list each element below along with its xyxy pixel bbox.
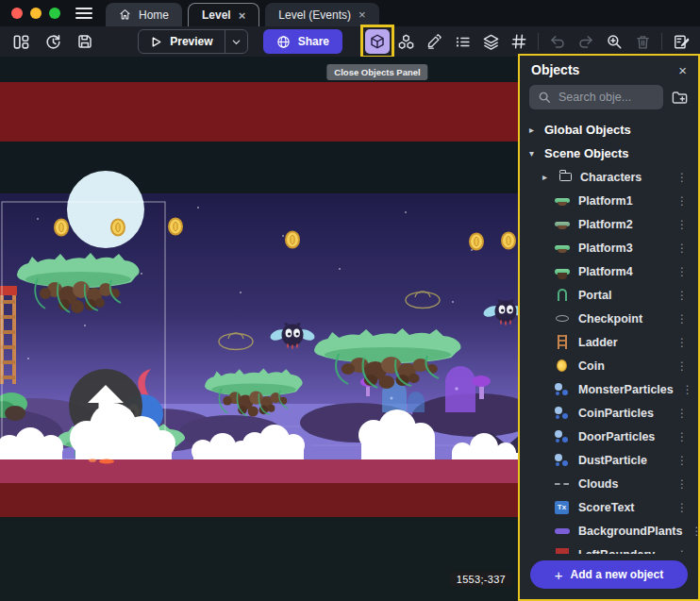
preview-options-button[interactable] (225, 30, 247, 53)
object-row-backgroundplants[interactable]: BackgroundPlants⋮ (520, 519, 698, 543)
object-label: MonsterParticles (578, 383, 674, 396)
object-menu-button[interactable]: ⋮ (676, 242, 698, 255)
close-tab-icon[interactable]: × (239, 9, 246, 22)
moon[interactable] (67, 171, 144, 248)
close-panel-icon[interactable]: × (678, 63, 687, 77)
zoom-in-icon (606, 33, 623, 50)
search-placeholder: Search obje... (558, 91, 631, 104)
object-row-clouds[interactable]: Clouds⋮ (520, 472, 698, 495)
object-label: ScoreText (578, 501, 635, 514)
object-row-monsterparticles[interactable]: MonsterParticles⋮ (520, 377, 698, 401)
add-folder-button[interactable] (671, 89, 689, 107)
properties-button[interactable] (422, 29, 446, 54)
scene-toolbar-icons: Close Objects Panel (365, 29, 693, 54)
version-history-button[interactable] (42, 30, 64, 53)
object-menu-button[interactable]: ⋮ (676, 265, 698, 278)
grid-options-button[interactable] (507, 29, 531, 54)
search-input[interactable]: Search obje... (529, 85, 663, 109)
object-row-portal[interactable]: Portal⋮ (520, 283, 698, 307)
object-row-platform2[interactable]: Platform2⋮ (520, 212, 698, 236)
preview-label: Preview (170, 35, 212, 48)
layers-button[interactable] (478, 29, 503, 54)
scene-editor-canvas[interactable]: 1553;-337 (0, 57, 521, 601)
boundary-band-pink[interactable] (0, 459, 521, 483)
object-row-checkpoint[interactable]: Checkpoint⋮ (520, 307, 698, 330)
expand-icon[interactable]: ▸ (542, 172, 551, 182)
minimize-window-button[interactable] (30, 8, 42, 19)
object-row-coin[interactable]: Coin⋮ (520, 354, 698, 377)
zoom-button[interactable] (602, 29, 626, 54)
save-button[interactable] (74, 30, 96, 53)
share-button[interactable]: Share (263, 29, 342, 54)
object-label: Coin (578, 359, 605, 373)
collapse-icon[interactable]: ▾ (529, 148, 538, 159)
object-row-characters[interactable]: ▸Characters⋮ (520, 165, 698, 189)
object-menu-button[interactable]: ⋮ (676, 312, 698, 326)
cube-icon (369, 33, 386, 50)
delete-button[interactable] (630, 29, 655, 54)
history-clock-icon (44, 33, 62, 51)
boundary-band-top[interactable] (0, 82, 521, 142)
titlebar: Home Level × Level (Events) × (0, 0, 700, 26)
object-groups-button[interactable] (393, 29, 418, 54)
object-row-coinparticles[interactable]: CoinParticles⋮ (520, 401, 698, 425)
section-label: Scene Objects (544, 146, 629, 160)
object-row-ladder[interactable]: Ladder⋮ (520, 330, 698, 354)
object-row-platform1[interactable]: Platform1⋮ (520, 189, 698, 212)
objects-panel-button[interactable] (365, 29, 390, 54)
scene-render (0, 57, 521, 601)
left-boundary-marker (0, 286, 17, 295)
maximize-window-button[interactable] (49, 8, 60, 19)
object-menu-button[interactable]: ⋮ (676, 477, 698, 491)
section-scene-objects[interactable]: ▾Scene Objects (520, 142, 698, 165)
main-menu-button[interactable] (74, 3, 94, 24)
tab-level-events[interactable]: Level (Events) × (265, 3, 378, 26)
boundary-band-bottom[interactable] (0, 483, 521, 517)
particles-thumbnail-icon (554, 407, 570, 420)
tab-home[interactable]: Home (106, 3, 182, 26)
folder-icon (558, 173, 574, 181)
object-menu-button[interactable]: ⋮ (691, 525, 698, 538)
object-menu-button[interactable]: ⋮ (676, 218, 698, 231)
object-label: BackgroundPlants (578, 525, 682, 538)
object-row-doorparticles[interactable]: DoorParticles⋮ (520, 425, 698, 448)
trash-icon (635, 34, 651, 50)
toolbar-left-group (9, 30, 96, 53)
close-window-button[interactable] (11, 8, 23, 19)
grid-icon (510, 33, 527, 50)
object-menu-button[interactable]: ⋮ (676, 171, 698, 184)
object-row-platform3[interactable]: Platform3⋮ (520, 236, 698, 259)
object-menu-button[interactable]: ⋮ (676, 501, 698, 514)
platform4-thumbnail-icon (554, 269, 570, 275)
undo-button[interactable] (545, 29, 570, 54)
window-controls (11, 8, 60, 19)
particles-thumbnail-icon (554, 430, 570, 443)
object-label: Checkpoint (578, 312, 642, 326)
preview-button[interactable]: Preview (139, 30, 224, 53)
object-menu-button[interactable]: ⋮ (676, 289, 698, 302)
object-menu-button[interactable]: ⋮ (682, 383, 698, 396)
section-global-objects[interactable]: ▸Global Objects (520, 118, 698, 142)
tab-level[interactable]: Level × (188, 3, 259, 26)
object-menu-button[interactable]: ⋮ (676, 336, 698, 349)
object-row-leftboundary[interactable]: LeftBoundary⋮ (520, 543, 698, 554)
object-row-scoretext[interactable]: TxScoreText⋮ (520, 495, 698, 519)
scene-properties-button[interactable] (669, 29, 693, 54)
object-menu-button[interactable]: ⋮ (676, 407, 698, 420)
object-row-platform4[interactable]: Platform4⋮ (520, 259, 698, 283)
object-menu-button[interactable]: ⋮ (676, 430, 698, 443)
instances-list-button[interactable] (450, 29, 475, 54)
object-menu-button[interactable]: ⋮ (676, 194, 698, 208)
expand-icon[interactable]: ▸ (529, 125, 538, 135)
particles-thumbnail-icon (554, 383, 570, 396)
redo-button[interactable] (574, 29, 598, 54)
project-manager-button[interactable] (9, 30, 32, 53)
object-label: DustParticle (578, 454, 647, 467)
bush (0, 392, 27, 421)
add-new-object-button[interactable]: + Add a new object (530, 560, 688, 589)
object-menu-button[interactable]: ⋮ (676, 454, 698, 467)
editor-background-bottom (0, 517, 521, 601)
object-row-dustparticle[interactable]: DustParticle⋮ (520, 448, 698, 472)
object-menu-button[interactable]: ⋮ (676, 359, 698, 373)
close-tab-icon[interactable]: × (358, 8, 366, 21)
